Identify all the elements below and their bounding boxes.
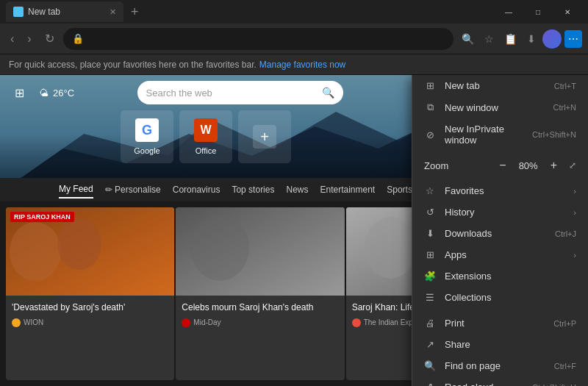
main-content: ⊞ 🌤 26°C Search the web 🔍 G Google — [0, 75, 588, 386]
inprivate-shortcut: Ctrl+Shift+N — [532, 130, 576, 139]
source-label-2: Mid-Day — [193, 318, 220, 326]
new-tab-label: New tab — [445, 80, 545, 91]
read-aloud-icon: A — [424, 382, 436, 386]
menu-item-extensions[interactable]: 🧩 Extensions — [412, 265, 588, 287]
print-label: Print — [445, 318, 545, 329]
weather-widget: 🌤 26°C — [39, 87, 74, 99]
extensions-label: Extensions — [445, 271, 576, 282]
search-icon[interactable]: 🔍 — [458, 30, 478, 48]
extensions-icon: 🧩 — [424, 271, 436, 282]
browser-frame: New tab ✕ + — □ ✕ ‹ › ↻ 🔒 🔍 ☆ 📋 ⬇ ⋯ F — [0, 0, 588, 386]
menu-item-find-on-page[interactable]: 🔍 Find on page Ctrl+F — [412, 355, 588, 376]
back-button[interactable]: ‹ — [6, 29, 18, 49]
zoom-expand-button[interactable]: ⤢ — [569, 160, 576, 171]
history-icon: ↺ — [424, 207, 436, 218]
apps-icon: ⊞ — [424, 249, 436, 260]
svg-point-9 — [365, 217, 416, 279]
downloads-icon[interactable]: ⬇ — [523, 30, 539, 48]
refresh-button[interactable]: ↻ — [40, 29, 59, 49]
zoom-value: 80% — [515, 160, 542, 171]
zoom-minus-button[interactable]: − — [496, 159, 509, 172]
tab-personalise[interactable]: ✏ Personalise — [105, 182, 161, 198]
tab-entertainment[interactable]: Entertainment — [320, 182, 375, 198]
dropdown-menu: ⊞ New tab Ctrl+T ⧉ New window Ctrl+N ⊘ N… — [412, 75, 588, 386]
tab-coronavirus[interactable]: Coronavirus — [173, 182, 220, 198]
menu-item-inprivate[interactable]: ⊘ New InPrivate window Ctrl+Shift+N — [412, 118, 588, 151]
svg-point-5 — [57, 218, 101, 270]
inprivate-label: New InPrivate window — [445, 124, 523, 146]
menu-item-downloads[interactable]: ⬇ Downloads Ctrl+J — [412, 223, 588, 244]
quick-link-add[interactable]: + — [238, 110, 291, 163]
history-label: History — [445, 207, 564, 218]
favorites-label: Favorites — [445, 185, 564, 196]
profile-avatar[interactable] — [542, 29, 562, 49]
menu-item-history[interactable]: ↺ History › — [412, 201, 588, 223]
read-aloud-label: Read aloud — [445, 382, 523, 386]
find-shortcut: Ctrl+F — [554, 362, 576, 371]
address-lock-icon: 🔒 — [72, 33, 84, 44]
tab-area: New tab ✕ + — [6, 1, 482, 22]
favorites-bar-text: For quick access, place your favorites h… — [9, 60, 257, 70]
tab-favicon — [13, 7, 24, 17]
tab-title: New tab — [28, 7, 60, 17]
news-card-2[interactable]: Celebs mourn Saroj Khan's death Mid-Day — [176, 207, 344, 380]
menu-item-print[interactable]: 🖨 Print Ctrl+P — [412, 312, 588, 334]
maximize-button[interactable]: □ — [523, 1, 553, 22]
read-aloud-shortcut: Ctrl+Shift+U — [532, 383, 576, 387]
menu-item-read-aloud[interactable]: A Read aloud Ctrl+Shift+U — [412, 376, 588, 386]
nav-actions: 🔍 ☆ 📋 ⬇ ⋯ — [458, 29, 582, 49]
google-label: Google — [134, 146, 159, 155]
svg-point-4 — [10, 222, 61, 281]
menu-button[interactable]: ⋯ — [564, 30, 582, 48]
favorites-icon[interactable]: ☆ — [481, 30, 498, 48]
minimize-button[interactable]: — — [494, 1, 523, 22]
find-icon: 🔍 — [424, 360, 436, 371]
downloads-menu-icon: ⬇ — [424, 228, 436, 239]
menu-item-favorites[interactable]: ☆ Favorites › — [412, 180, 588, 201]
active-tab[interactable]: New tab ✕ — [6, 1, 123, 22]
search-box-icon: 🔍 — [322, 87, 334, 99]
menu-item-apps[interactable]: ⊞ Apps › — [412, 244, 588, 265]
new-tab-button[interactable]: + — [126, 5, 143, 18]
nav-bar: ‹ › ↻ 🔒 🔍 ☆ 📋 ⬇ ⋯ — [0, 24, 588, 54]
print-icon: 🖨 — [424, 318, 436, 329]
add-icon: + — [253, 125, 276, 149]
tab-top-stories[interactable]: Top stories — [232, 182, 274, 198]
zoom-plus-button[interactable]: + — [548, 159, 560, 172]
print-shortcut: Ctrl+P — [553, 319, 576, 328]
news-card-2-image — [176, 207, 344, 296]
tab-close-button[interactable]: ✕ — [110, 7, 116, 17]
menu-item-share[interactable]: ↗ Share — [412, 334, 588, 355]
share-label: Share — [445, 339, 576, 350]
search-box-placeholder: Search the web — [146, 87, 318, 99]
manage-favorites-link[interactable]: Manage favorites now — [259, 60, 345, 70]
tab-my-feed[interactable]: My Feed — [59, 181, 93, 199]
tab-sports[interactable]: Sports — [387, 182, 412, 198]
new-tab-shortcut: Ctrl+T — [554, 82, 576, 90]
menu-item-new-tab[interactable]: ⊞ New tab Ctrl+T — [412, 75, 588, 96]
menu-item-new-window[interactable]: ⧉ New window Ctrl+N — [412, 96, 588, 118]
history-arrow: › — [573, 208, 576, 217]
grid-icon[interactable]: ⊞ — [15, 86, 24, 100]
favorites-arrow: › — [573, 187, 576, 196]
quick-link-google[interactable]: G Google — [121, 110, 173, 163]
menu-item-collections[interactable]: ☰ Collections — [412, 287, 588, 308]
collections-label: Collections — [445, 292, 576, 303]
news-card-1[interactable]: RIP SAROJ KHAN 'Devastated by Saroj's de… — [6, 207, 174, 380]
search-box[interactable]: Search the web 🔍 — [137, 81, 343, 104]
news-title-1: 'Devastated by Saroj's death' — [12, 301, 168, 314]
news-card-2-body: Celebs mourn Saroj Khan's death Mid-Day — [176, 296, 344, 333]
close-button[interactable]: ✕ — [553, 1, 582, 22]
source-dot-2 — [182, 318, 190, 327]
widgets-row: ⊞ 🌤 26°C Search the web 🔍 — [0, 81, 412, 104]
quick-link-office[interactable]: W Office — [179, 110, 232, 163]
forward-button[interactable]: › — [23, 29, 35, 49]
weather-icon: 🌤 — [39, 87, 49, 99]
temperature: 26°C — [53, 87, 74, 99]
office-icon: W — [194, 118, 218, 142]
address-bar[interactable]: 🔒 — [63, 28, 453, 50]
collections-sidebar-icon[interactable]: 📋 — [501, 30, 520, 48]
apps-label: Apps — [445, 249, 564, 260]
downloads-label: Downloads — [445, 228, 546, 239]
tab-news[interactable]: News — [286, 182, 308, 198]
